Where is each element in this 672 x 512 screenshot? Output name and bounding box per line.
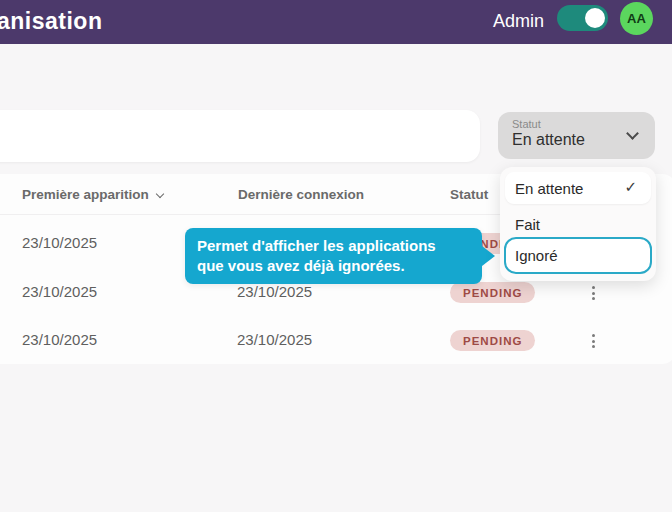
status-filter-value: En attente	[512, 131, 641, 149]
table-row: 23/10/2025 23/10/2025 PENDING	[0, 317, 656, 365]
column-header-label: Première apparition	[22, 187, 149, 202]
check-icon: ✓	[624, 178, 637, 196]
admin-toggle[interactable]	[557, 5, 608, 31]
cell-last-connection: 23/10/2025	[237, 331, 312, 348]
toggle-knob	[585, 8, 605, 28]
search-input[interactable]	[0, 110, 480, 162]
kebab-icon	[592, 334, 595, 337]
cell-first-seen: 23/10/2025	[22, 234, 97, 251]
status-badge: PENDING	[450, 330, 535, 351]
admin-label: Admin	[493, 11, 544, 32]
cell-first-seen: 23/10/2025	[22, 283, 97, 300]
tooltip-text-line1: Permet d'afficher les applications	[197, 236, 482, 256]
column-header-status: Statut	[450, 187, 488, 202]
menu-option-ignore[interactable]: Ignoré	[504, 237, 652, 274]
menu-option-label: Fait	[515, 216, 540, 233]
menu-option-label: En attente	[515, 180, 583, 197]
column-header-first-seen[interactable]: Première apparition	[22, 187, 163, 202]
status-badge: PENDING	[450, 282, 535, 303]
status-filter-dropdown[interactable]: Statut En attente	[498, 112, 655, 159]
menu-option-fait[interactable]: Fait	[515, 212, 645, 236]
status-filter-label: Statut	[512, 118, 641, 130]
tooltip-text-line2: que vous avez déjà ignorées.	[197, 256, 482, 276]
sort-chevron-down-icon	[156, 190, 164, 198]
page-title: anisation	[0, 8, 102, 35]
cell-last-connection: 23/10/2025	[237, 283, 312, 300]
row-menu-button[interactable]	[583, 330, 603, 352]
ignored-option-tooltip: Permet d'afficher les applications que v…	[185, 228, 482, 284]
cell-first-seen: 23/10/2025	[22, 331, 97, 348]
status-filter-menu: En attente ✓ Fait Ignoré	[500, 167, 656, 281]
kebab-icon	[592, 286, 595, 289]
avatar[interactable]: AA	[620, 2, 653, 35]
app-header: anisation Admin AA	[0, 0, 672, 44]
column-header-last-connection: Dernière connexion	[238, 187, 364, 202]
menu-option-en-attente[interactable]: En attente ✓	[505, 172, 651, 204]
row-menu-button[interactable]	[583, 282, 603, 304]
tooltip-arrow	[482, 246, 495, 266]
menu-option-label: Ignoré	[515, 247, 558, 264]
